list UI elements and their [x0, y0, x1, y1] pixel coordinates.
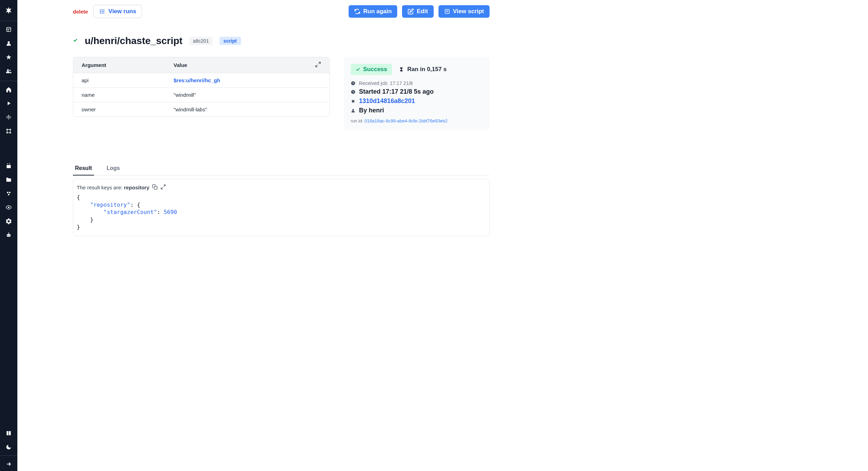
run-id-link[interactable]: 018a18ac-8c99-abe4-8cfe-2bbf76e93eb2 — [365, 118, 448, 123]
svg-rect-12 — [7, 164, 11, 165]
svg-point-20 — [8, 235, 8, 236]
arg-name: name — [82, 92, 174, 98]
arg-value: "windmill" — [174, 92, 321, 98]
sidebar-item-home[interactable] — [0, 83, 17, 96]
svg-point-7 — [6, 129, 8, 130]
svg-point-23 — [8, 232, 9, 233]
main-content: delete View runs Run again Edit View scr… — [17, 0, 503, 471]
svg-point-9 — [6, 132, 8, 134]
svg-rect-39 — [154, 186, 157, 189]
topbar: delete View runs Run again Edit View scr… — [73, 5, 490, 18]
view-runs-button[interactable]: View runs — [93, 5, 142, 18]
sidebar-item-darkmode[interactable] — [0, 440, 17, 454]
sidebar-item-folders[interactable] — [0, 173, 17, 187]
result-keys-line: The result keys are: repository — [77, 184, 486, 191]
ran-in-label: Ran in 0,157 s — [407, 66, 446, 73]
sidebar-item-workspace[interactable] — [0, 23, 17, 36]
svg-point-29 — [100, 13, 101, 14]
delete-link[interactable]: delete — [73, 9, 88, 15]
svg-line-33 — [319, 62, 320, 64]
received-text: Received job: 17:17 21/8 — [359, 80, 413, 86]
svg-rect-0 — [7, 27, 11, 32]
view-script-label: View script — [453, 8, 484, 15]
logo-icon[interactable] — [5, 6, 13, 15]
edit-icon — [408, 8, 414, 15]
table-row: api $res:u/henri/hc_gh — [73, 73, 329, 87]
svg-point-27 — [100, 10, 101, 10]
run-id-label: run id: — [351, 118, 365, 123]
run-id-line: run id: 018a18ac-8c99-abe4-8cfe-2bbf76e9… — [351, 118, 483, 123]
success-badge: Success — [351, 64, 392, 75]
job-link[interactable]: 1310d14816a8c201 — [359, 97, 415, 105]
sidebar-item-resources[interactable] — [0, 124, 17, 138]
arg-name: owner — [82, 106, 174, 112]
refresh-icon — [354, 8, 360, 15]
result-keys-value: repository — [124, 185, 149, 190]
tab-logs[interactable]: Logs — [105, 162, 122, 175]
list-icon — [99, 8, 106, 15]
tab-result[interactable]: Result — [73, 162, 94, 175]
sidebar-item-user[interactable] — [0, 36, 17, 50]
check-icon — [356, 67, 360, 72]
ran-in: Ran in 0,157 s — [399, 66, 446, 73]
arg-value-link[interactable]: $res:u/henri/hc_gh — [174, 77, 321, 83]
arg-value: "windmill-labs" — [174, 106, 321, 112]
expand-icon[interactable] — [160, 184, 166, 191]
sidebar-item-variables[interactable]: $ — [0, 110, 17, 124]
svg-point-4 — [7, 69, 9, 71]
chip-icon — [351, 99, 356, 104]
hash-badge: a8c201 — [190, 37, 212, 45]
svg-point-8 — [9, 129, 11, 130]
copy-icon[interactable] — [152, 184, 158, 191]
arg-name: api — [82, 77, 174, 83]
sidebar: $ — [0, 0, 17, 471]
edit-label: Edit — [417, 8, 428, 15]
run-again-label: Run again — [363, 8, 392, 15]
sidebar-item-star[interactable] — [0, 50, 17, 64]
svg-point-17 — [8, 194, 10, 196]
job-link-line: 1310d14816a8c201 — [351, 97, 483, 105]
sidebar-item-users[interactable] — [0, 64, 17, 78]
sidebar-item-settings[interactable] — [0, 214, 17, 228]
edit-button[interactable]: Edit — [402, 5, 433, 18]
svg-text:$: $ — [8, 115, 10, 119]
hourglass-icon — [399, 67, 404, 72]
svg-point-3 — [8, 41, 10, 43]
svg-point-10 — [9, 132, 11, 134]
svg-line-40 — [164, 185, 166, 187]
sidebar-item-schedules[interactable] — [0, 159, 17, 173]
table-row: name "windmill" — [73, 87, 329, 102]
svg-point-18 — [8, 207, 10, 208]
by-line: By henri — [351, 107, 483, 114]
title-row: u/henri/chaste_script a8c201 script — [73, 35, 490, 46]
clock-icon — [351, 81, 356, 86]
expand-icon[interactable] — [315, 61, 321, 69]
started-line: Started 17:17 21/8 5s ago — [351, 88, 483, 95]
status-panel: Success Ran in 0,157 s Received job: 17:… — [344, 57, 490, 130]
clock-icon — [351, 89, 356, 94]
run-again-button[interactable]: Run again — [349, 5, 397, 18]
type-badge: script — [219, 37, 241, 45]
user-icon — [351, 108, 356, 113]
success-check-icon — [73, 38, 78, 44]
view-script-button[interactable]: View script — [439, 5, 490, 18]
svg-point-38 — [352, 109, 354, 111]
sidebar-item-bot[interactable] — [0, 228, 17, 242]
by-text: By henri — [359, 107, 384, 114]
sidebar-item-docs[interactable] — [0, 426, 17, 440]
col-header-argument: Argument — [82, 62, 174, 68]
result-keys-prefix: The result keys are: — [77, 185, 124, 190]
sidebar-item-collapse[interactable] — [0, 457, 17, 471]
received-line: Received job: 17:17 21/8 — [351, 80, 483, 86]
svg-point-5 — [9, 70, 11, 71]
svg-point-28 — [100, 11, 101, 12]
view-runs-label: View runs — [108, 8, 136, 15]
sidebar-item-groups[interactable] — [0, 187, 17, 200]
svg-point-21 — [9, 235, 10, 236]
svg-line-41 — [161, 187, 163, 189]
sidebar-item-audit[interactable] — [0, 200, 17, 214]
tabs: Result Logs — [73, 162, 490, 175]
sidebar-item-runs[interactable] — [0, 96, 17, 110]
svg-rect-19 — [7, 234, 11, 237]
svg-line-34 — [316, 65, 317, 67]
